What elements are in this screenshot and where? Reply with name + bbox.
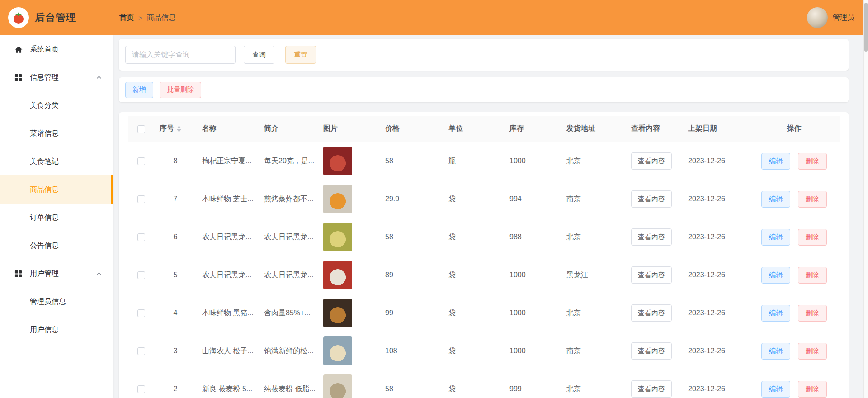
product-image[interactable] xyxy=(323,374,352,398)
reset-button[interactable]: 重置 xyxy=(285,46,316,64)
row-unit: 袋 xyxy=(448,385,456,393)
table-row: 4 本味鲜物 黑猪... 含肉量85%+... 99 袋 1000 北京 查看内… xyxy=(128,294,840,332)
sidebar-item-user-management[interactable]: 用户管理 xyxy=(0,260,113,288)
table-row: 7 本味鲜物 芝士... 煎烤蒸炸都不... 29.9 袋 994 南京 查看内… xyxy=(128,180,840,218)
query-button[interactable]: 查询 xyxy=(244,46,274,64)
home-icon xyxy=(14,45,24,54)
add-button[interactable]: 新增 xyxy=(125,82,153,98)
main-content: 查询 重置 新增 批量删除 序号 名称 简介 图片 价格 单位 xyxy=(113,35,863,398)
table-row: 8 枸杞正宗宁夏... 每天20克，是... 58 瓶 1000 北京 查看内容… xyxy=(128,142,840,180)
row-unit: 袋 xyxy=(448,347,456,355)
row-seq: 2 xyxy=(174,385,178,393)
grid-icon xyxy=(14,74,24,81)
column-header-stock: 库存 xyxy=(504,116,561,142)
app-header: 后台管理 首页 > 商品信息 管理员 xyxy=(0,0,868,35)
view-content-button[interactable]: 查看内容 xyxy=(631,228,672,246)
column-header-image: 图片 xyxy=(318,116,380,142)
row-checkbox[interactable] xyxy=(137,271,145,279)
row-checkbox[interactable] xyxy=(137,347,145,355)
view-content-button[interactable]: 查看内容 xyxy=(631,190,672,208)
column-header-address: 发货地址 xyxy=(561,116,626,142)
sidebar-item-recipe-info[interactable]: 菜谱信息 xyxy=(0,119,113,147)
sidebar-item-order-info[interactable]: 订单信息 xyxy=(0,204,113,232)
sidebar-item-food-notes[interactable]: 美食笔记 xyxy=(0,147,113,175)
row-price: 108 xyxy=(385,347,397,355)
sidebar-item-admin-info[interactable]: 管理员信息 xyxy=(0,288,113,316)
row-unit: 袋 xyxy=(448,195,456,203)
column-header-intro: 简介 xyxy=(259,116,318,142)
row-seq: 8 xyxy=(174,157,178,165)
scrollbar-thumb[interactable] xyxy=(864,3,868,52)
user-avatar[interactable] xyxy=(807,7,828,28)
sidebar-item-notice-info[interactable]: 公告信息 xyxy=(0,232,113,260)
product-table: 序号 名称 简介 图片 价格 单位 库存 发货地址 查看内容 上架日期 操作 8… xyxy=(128,116,840,398)
delete-button[interactable]: 删除 xyxy=(798,153,827,170)
vertical-scrollbar[interactable] xyxy=(863,0,868,398)
edit-button[interactable]: 编辑 xyxy=(761,381,790,398)
grid-icon xyxy=(14,270,24,278)
row-checkbox[interactable] xyxy=(137,195,145,203)
row-address: 南京 xyxy=(566,195,581,203)
edit-button[interactable]: 编辑 xyxy=(761,191,790,208)
chevron-up-icon xyxy=(96,270,102,277)
view-content-button[interactable]: 查看内容 xyxy=(631,152,672,170)
delete-button[interactable]: 删除 xyxy=(798,229,827,246)
sidebar-item-system-home[interactable]: 系统首页 xyxy=(0,35,113,63)
row-price: 29.9 xyxy=(385,195,399,203)
product-image[interactable] xyxy=(323,223,352,251)
delete-button[interactable]: 删除 xyxy=(798,381,827,398)
search-input[interactable] xyxy=(125,46,236,64)
breadcrumb-current: 商品信息 xyxy=(147,13,176,23)
row-name: 山海农人 松子... xyxy=(202,347,254,355)
delete-button[interactable]: 删除 xyxy=(798,191,827,208)
edit-button[interactable]: 编辑 xyxy=(761,343,790,360)
row-intro: 饱满新鲜的松... xyxy=(264,347,313,355)
sidebar-item-label: 美食笔记 xyxy=(30,157,59,166)
column-header-name: 名称 xyxy=(197,116,259,142)
row-price: 89 xyxy=(385,271,393,279)
edit-button[interactable]: 编辑 xyxy=(761,153,790,170)
row-address: 北京 xyxy=(566,309,581,317)
sort-icon[interactable] xyxy=(177,126,181,132)
view-content-button[interactable]: 查看内容 xyxy=(631,380,672,398)
sidebar-item-food-category[interactable]: 美食分类 xyxy=(0,91,113,119)
row-address: 黑龙江 xyxy=(566,271,588,279)
delete-button[interactable]: 删除 xyxy=(798,267,827,284)
row-date: 2023-12-26 xyxy=(688,233,725,241)
row-name: 农夫日记黑龙... xyxy=(202,271,251,279)
sidebar-item-label: 管理员信息 xyxy=(30,297,66,307)
row-name: 新良 莜麦粉 5... xyxy=(202,385,252,393)
edit-button[interactable]: 编辑 xyxy=(761,229,790,246)
edit-button[interactable]: 编辑 xyxy=(761,267,790,284)
row-address: 北京 xyxy=(566,385,581,393)
row-checkbox[interactable] xyxy=(137,385,145,393)
product-image[interactable] xyxy=(323,336,352,365)
row-checkbox[interactable] xyxy=(137,233,145,241)
delete-button[interactable]: 删除 xyxy=(798,343,827,360)
product-image[interactable] xyxy=(323,261,352,289)
row-checkbox[interactable] xyxy=(137,309,145,317)
username-label: 管理员 xyxy=(833,13,854,23)
row-intro: 每天20克，是... xyxy=(264,157,314,165)
row-seq: 4 xyxy=(174,309,178,317)
product-image[interactable] xyxy=(323,185,352,213)
select-all-checkbox[interactable] xyxy=(137,125,145,133)
breadcrumb: 首页 > 商品信息 xyxy=(119,13,176,23)
row-name: 农夫日记黑龙... xyxy=(202,233,251,241)
product-image[interactable] xyxy=(323,298,352,327)
view-content-button[interactable]: 查看内容 xyxy=(631,266,672,284)
row-intro: 煎烤蒸炸都不... xyxy=(264,195,313,203)
view-content-button[interactable]: 查看内容 xyxy=(631,304,672,322)
column-header-seq[interactable]: 序号 xyxy=(160,124,174,132)
batch-delete-button[interactable]: 批量删除 xyxy=(160,82,201,98)
sidebar-item-product-info[interactable]: 商品信息 xyxy=(0,175,113,204)
product-image[interactable] xyxy=(323,147,352,175)
row-name: 本味鲜物 芝士... xyxy=(202,195,254,203)
view-content-button[interactable]: 查看内容 xyxy=(631,342,672,360)
sidebar-item-info-management[interactable]: 信息管理 xyxy=(0,63,113,91)
sidebar-item-user-info[interactable]: 用户信息 xyxy=(0,316,113,344)
row-checkbox[interactable] xyxy=(137,157,145,165)
delete-button[interactable]: 删除 xyxy=(798,305,827,322)
edit-button[interactable]: 编辑 xyxy=(761,305,790,322)
breadcrumb-home[interactable]: 首页 xyxy=(119,13,134,23)
